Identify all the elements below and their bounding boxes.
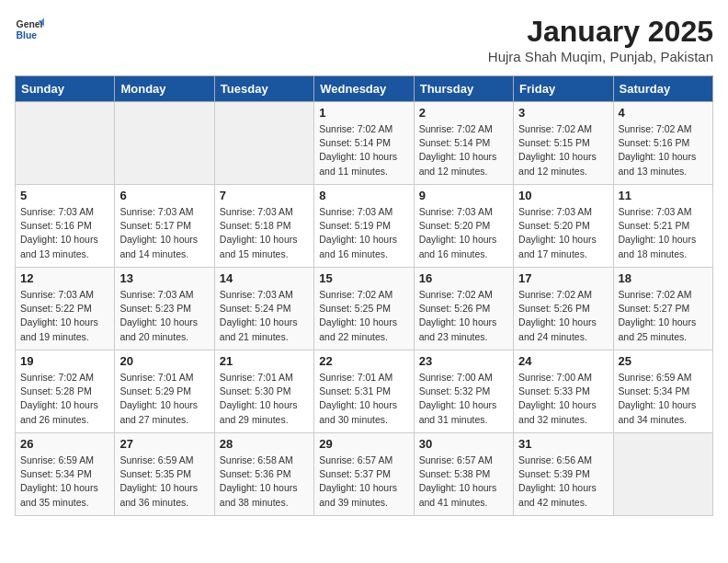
calendar-cell: 22Sunrise: 7:01 AMSunset: 5:31 PMDayligh… [314,350,414,433]
col-saturday: Saturday [613,76,712,102]
day-number: 8 [319,189,408,202]
calendar-week-row: 26Sunrise: 6:59 AMSunset: 5:34 PMDayligh… [16,433,713,516]
calendar-cell: 2Sunrise: 7:02 AMSunset: 5:14 PMDaylight… [414,102,513,185]
day-number: 31 [518,437,608,451]
calendar-cell: 6Sunrise: 7:03 AMSunset: 5:17 PMDaylight… [115,185,214,268]
day-info: Sunrise: 7:03 AMSunset: 5:23 PMDaylight:… [119,288,209,344]
calendar-cell: 24Sunrise: 7:00 AMSunset: 5:33 PMDayligh… [514,350,613,433]
day-info: Sunrise: 7:02 AMSunset: 5:14 PMDaylight:… [419,122,508,178]
day-number: 28 [220,437,309,451]
col-thursday: Thursday [414,76,513,102]
calendar-cell: 30Sunrise: 6:57 AMSunset: 5:38 PMDayligh… [414,433,513,516]
day-info: Sunrise: 7:03 AMSunset: 5:21 PMDaylight:… [619,205,708,261]
calendar-body: 1Sunrise: 7:02 AMSunset: 5:14 PMDaylight… [16,102,713,516]
calendar-title: January 2025 [488,15,713,49]
day-info: Sunrise: 7:01 AMSunset: 5:31 PMDaylight:… [319,371,408,427]
day-number: 12 [20,271,109,285]
day-info: Sunrise: 6:59 AMSunset: 5:34 PMDaylight:… [619,371,708,427]
day-info: Sunrise: 6:56 AMSunset: 5:39 PMDaylight:… [518,454,608,510]
logo: General Blue [15,15,44,44]
day-info: Sunrise: 7:03 AMSunset: 5:16 PMDaylight:… [20,205,109,261]
day-number: 10 [518,189,608,202]
calendar-cell: 28Sunrise: 6:58 AMSunset: 5:36 PMDayligh… [214,433,313,516]
day-info: Sunrise: 7:03 AMSunset: 5:17 PMDaylight:… [119,205,209,261]
day-number: 19 [20,354,109,368]
day-number: 15 [319,271,408,285]
title-block: January 2025 Hujra Shah Muqim, Punjab, P… [488,15,713,64]
calendar-cell: 26Sunrise: 6:59 AMSunset: 5:34 PMDayligh… [16,433,115,516]
day-number: 7 [220,189,309,202]
logo-icon: General Blue [15,15,44,44]
calendar-cell: 21Sunrise: 7:01 AMSunset: 5:30 PMDayligh… [214,350,313,433]
calendar-cell: 9Sunrise: 7:03 AMSunset: 5:20 PMDaylight… [414,185,513,268]
day-number: 27 [119,437,209,451]
calendar-cell [214,102,313,185]
day-info: Sunrise: 7:02 AMSunset: 5:26 PMDaylight:… [419,288,508,344]
day-number: 5 [20,189,109,202]
day-header-row: Sunday Monday Tuesday Wednesday Thursday… [16,76,713,102]
calendar-cell: 8Sunrise: 7:03 AMSunset: 5:19 PMDaylight… [314,185,414,268]
day-info: Sunrise: 7:02 AMSunset: 5:16 PMDaylight:… [619,122,708,178]
day-info: Sunrise: 7:03 AMSunset: 5:18 PMDaylight:… [220,205,309,261]
svg-text:Blue: Blue [17,30,38,40]
calendar-cell: 19Sunrise: 7:02 AMSunset: 5:28 PMDayligh… [16,350,115,433]
day-info: Sunrise: 6:57 AMSunset: 5:37 PMDaylight:… [319,454,408,510]
day-info: Sunrise: 7:03 AMSunset: 5:24 PMDaylight:… [220,288,309,344]
calendar-cell: 31Sunrise: 6:56 AMSunset: 5:39 PMDayligh… [514,433,613,516]
day-number: 20 [119,354,209,368]
calendar-week-row: 5Sunrise: 7:03 AMSunset: 5:16 PMDaylight… [16,185,713,268]
day-number: 14 [220,271,309,285]
calendar-cell [613,433,712,516]
calendar-cell: 4Sunrise: 7:02 AMSunset: 5:16 PMDaylight… [613,102,712,185]
day-info: Sunrise: 6:57 AMSunset: 5:38 PMDaylight:… [419,454,508,510]
day-info: Sunrise: 7:03 AMSunset: 5:20 PMDaylight:… [419,205,508,261]
calendar-cell: 15Sunrise: 7:02 AMSunset: 5:25 PMDayligh… [314,268,414,350]
calendar-cell [16,102,115,185]
calendar-cell: 29Sunrise: 6:57 AMSunset: 5:37 PMDayligh… [314,433,414,516]
day-number: 6 [119,189,209,202]
day-info: Sunrise: 7:03 AMSunset: 5:20 PMDaylight:… [518,205,608,261]
day-info: Sunrise: 6:58 AMSunset: 5:36 PMDaylight:… [220,454,309,510]
day-info: Sunrise: 7:02 AMSunset: 5:27 PMDaylight:… [619,288,708,344]
day-info: Sunrise: 6:59 AMSunset: 5:34 PMDaylight:… [20,454,109,510]
day-number: 16 [419,271,508,285]
calendar-week-row: 12Sunrise: 7:03 AMSunset: 5:22 PMDayligh… [16,268,713,350]
day-number: 29 [319,437,408,451]
day-info: Sunrise: 7:00 AMSunset: 5:33 PMDaylight:… [518,371,608,427]
col-tuesday: Tuesday [214,76,313,102]
day-number: 11 [619,189,708,202]
calendar-cell: 7Sunrise: 7:03 AMSunset: 5:18 PMDaylight… [214,185,313,268]
day-info: Sunrise: 7:02 AMSunset: 5:15 PMDaylight:… [518,122,608,178]
day-number: 18 [619,271,708,285]
day-number: 30 [419,437,508,451]
calendar-cell: 14Sunrise: 7:03 AMSunset: 5:24 PMDayligh… [214,268,313,350]
day-info: Sunrise: 7:01 AMSunset: 5:29 PMDaylight:… [119,371,209,427]
calendar-cell: 18Sunrise: 7:02 AMSunset: 5:27 PMDayligh… [613,268,712,350]
calendar-cell: 27Sunrise: 6:59 AMSunset: 5:35 PMDayligh… [115,433,214,516]
day-info: Sunrise: 7:01 AMSunset: 5:30 PMDaylight:… [220,371,309,427]
day-number: 23 [419,354,508,368]
day-number: 1 [319,106,408,120]
day-info: Sunrise: 7:03 AMSunset: 5:19 PMDaylight:… [319,205,408,261]
day-number: 25 [619,354,708,368]
calendar-cell: 13Sunrise: 7:03 AMSunset: 5:23 PMDayligh… [115,268,214,350]
day-info: Sunrise: 7:03 AMSunset: 5:22 PMDaylight:… [20,288,109,344]
day-number: 24 [518,354,608,368]
calendar-cell: 23Sunrise: 7:00 AMSunset: 5:32 PMDayligh… [414,350,513,433]
day-number: 9 [419,189,508,202]
day-number: 26 [20,437,109,451]
calendar-cell: 17Sunrise: 7:02 AMSunset: 5:26 PMDayligh… [514,268,613,350]
calendar-cell: 20Sunrise: 7:01 AMSunset: 5:29 PMDayligh… [115,350,214,433]
calendar-cell: 16Sunrise: 7:02 AMSunset: 5:26 PMDayligh… [414,268,513,350]
calendar-week-row: 1Sunrise: 7:02 AMSunset: 5:14 PMDaylight… [16,102,713,185]
calendar-cell: 11Sunrise: 7:03 AMSunset: 5:21 PMDayligh… [613,185,712,268]
col-sunday: Sunday [16,76,115,102]
calendar-table: Sunday Monday Tuesday Wednesday Thursday… [15,75,713,516]
col-monday: Monday [115,76,214,102]
day-info: Sunrise: 7:00 AMSunset: 5:32 PMDaylight:… [419,371,508,427]
calendar-cell: 3Sunrise: 7:02 AMSunset: 5:15 PMDaylight… [514,102,613,185]
day-info: Sunrise: 7:02 AMSunset: 5:14 PMDaylight:… [319,122,408,178]
day-number: 3 [518,106,608,120]
calendar-cell: 10Sunrise: 7:03 AMSunset: 5:20 PMDayligh… [514,185,613,268]
calendar-cell: 5Sunrise: 7:03 AMSunset: 5:16 PMDaylight… [16,185,115,268]
